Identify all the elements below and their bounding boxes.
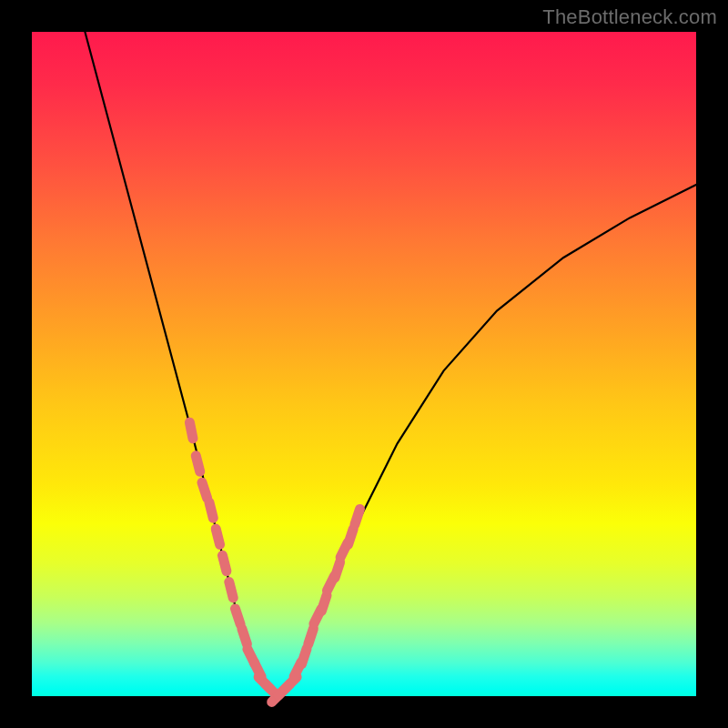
svg-line-6	[229, 582, 233, 598]
plot-area	[32, 32, 696, 696]
svg-line-20	[321, 595, 327, 611]
svg-line-0	[189, 422, 193, 439]
chart-frame: TheBottleneck.com	[0, 0, 728, 728]
dotted-segment-right	[294, 509, 360, 676]
svg-line-25	[355, 509, 360, 524]
watermark-text: TheBottleneck.com	[542, 5, 717, 29]
svg-line-2	[202, 482, 207, 498]
svg-line-1	[196, 456, 199, 471]
svg-line-3	[209, 502, 213, 518]
svg-line-7	[236, 609, 241, 624]
svg-line-18	[308, 629, 314, 644]
bottleneck-curve	[85, 32, 696, 696]
svg-line-4	[216, 529, 219, 544]
svg-line-8	[242, 629, 248, 644]
svg-line-17	[302, 649, 308, 664]
svg-line-22	[335, 562, 340, 578]
svg-line-5	[223, 555, 227, 571]
curve-svg	[32, 32, 696, 696]
svg-line-24	[349, 529, 354, 544]
dotted-segment-left	[189, 422, 247, 644]
